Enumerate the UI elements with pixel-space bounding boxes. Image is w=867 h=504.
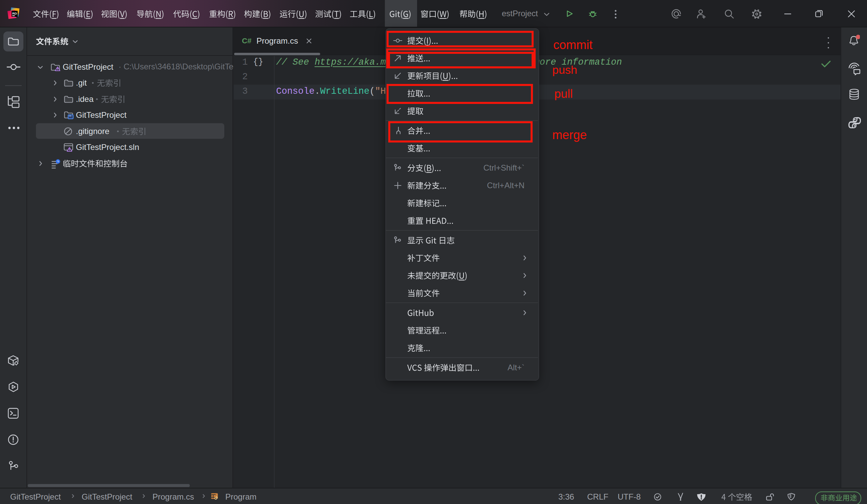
svg-text:RD: RD — [12, 11, 17, 15]
